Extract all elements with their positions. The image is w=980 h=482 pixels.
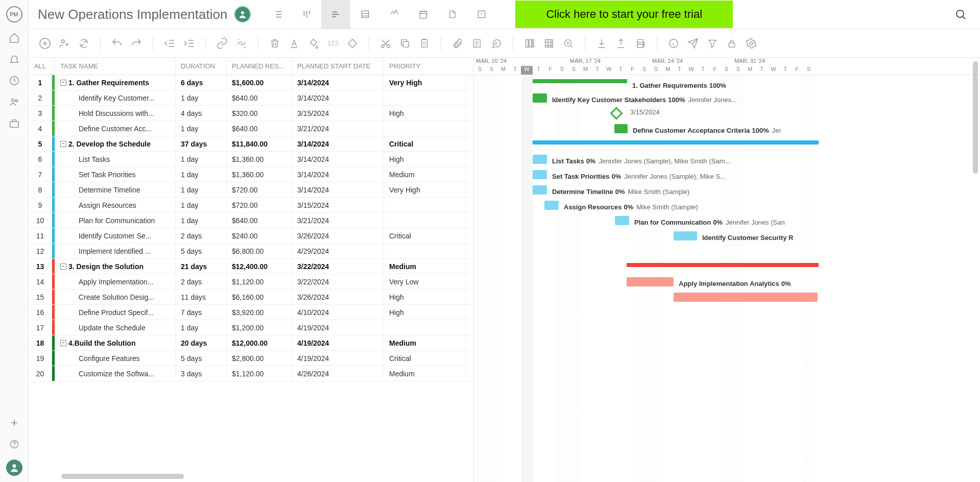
- zoom-icon[interactable]: [561, 36, 576, 51]
- col-header-duration[interactable]: DURATION: [176, 58, 227, 75]
- task-row[interactable]: 3 Hold Discussions with... 4 days $320.0…: [29, 106, 473, 121]
- import-icon[interactable]: [594, 36, 609, 51]
- project-avatar[interactable]: [234, 6, 251, 22]
- send-icon[interactable]: [686, 36, 700, 51]
- milestone-icon[interactable]: [345, 36, 360, 51]
- task-row[interactable]: 11 Identify Customer Se... 2 days $240.0…: [29, 228, 473, 244]
- gantt-milestone[interactable]: [610, 107, 623, 119]
- vscroll[interactable]: [973, 61, 978, 174]
- note-icon[interactable]: [470, 36, 484, 51]
- task-row[interactable]: 1 − 1. Gather Requirements 6 days $1,600…: [29, 75, 473, 90]
- task-row[interactable]: 20 Customize the Softwa... 3 days $1,120…: [29, 366, 473, 381]
- task-row[interactable]: 10 Plan for Communication 1 day $640.00 …: [29, 213, 473, 228]
- task-row[interactable]: 13 − 3. Design the Solution 21 days $12,…: [29, 259, 473, 274]
- plus-icon[interactable]: [8, 417, 20, 429]
- task-row[interactable]: 7 Set Task Priorities 1 day $1,360.00 3/…: [29, 167, 473, 182]
- task-row[interactable]: 18 − 4.Build the Solution 20 days $12,00…: [29, 335, 473, 351]
- gantt-task-bar[interactable]: Identify Customer Security R: [674, 231, 697, 240]
- col-header-all[interactable]: ALL: [29, 58, 52, 75]
- cta-button[interactable]: Click here to start your free trial: [515, 1, 733, 28]
- svg-rect-19: [526, 39, 529, 47]
- task-row[interactable]: 19 Configure Features 5 days $2,800.00 4…: [29, 351, 473, 366]
- collapse-icon[interactable]: −: [60, 141, 66, 147]
- paste-icon[interactable]: [417, 36, 432, 51]
- outdent-icon[interactable]: [162, 36, 177, 51]
- gantt-task-bar[interactable]: Assign Resources0%Mike Smith (Sample): [544, 201, 559, 210]
- task-row[interactable]: 4 Define Customer Acc... 1 day $640.00 3…: [29, 121, 473, 136]
- columns-icon[interactable]: [522, 36, 537, 51]
- toolbar: 123: [29, 29, 980, 58]
- comment-icon[interactable]: [489, 36, 504, 51]
- settings-icon[interactable]: [744, 36, 758, 51]
- gantt-summary-bar[interactable]: [627, 263, 819, 267]
- app-logo[interactable]: PM: [6, 6, 22, 22]
- unlink-icon[interactable]: [234, 36, 249, 51]
- task-row[interactable]: 12 Implement Identified ... 5 days $6,80…: [29, 244, 473, 259]
- indent-icon[interactable]: [182, 36, 196, 51]
- sheet-view-tab[interactable]: [350, 0, 379, 29]
- task-row[interactable]: 16 Define Product Specif... 7 days $3,92…: [29, 305, 473, 320]
- cut-icon[interactable]: [378, 36, 393, 51]
- copy-icon[interactable]: [398, 36, 412, 51]
- board-view-tab[interactable]: [292, 0, 321, 29]
- gantt-task-bar[interactable]: Determine Timeline0%Mike Smith (Sample): [533, 185, 547, 195]
- task-row[interactable]: 17 Update the Schedule 1 day $1,200.00 4…: [29, 320, 473, 335]
- filter-icon[interactable]: [705, 36, 720, 51]
- gantt-summary-bar[interactable]: [533, 140, 819, 144]
- task-row[interactable]: 6 List Tasks 1 day $1,360.00 3/14/2024 H…: [29, 152, 473, 167]
- text-color-icon[interactable]: [287, 36, 301, 51]
- calendar-view-tab[interactable]: [409, 0, 438, 29]
- assign-icon[interactable]: [57, 36, 71, 51]
- print-icon[interactable]: [633, 36, 648, 51]
- risk-view-tab[interactable]: [467, 0, 496, 29]
- dashboard-view-tab[interactable]: [379, 0, 409, 29]
- list-view-tab[interactable]: [263, 0, 292, 29]
- gantt-summary-bar[interactable]: 1. Gather Requirements100%: [533, 79, 627, 83]
- col-header-priority[interactable]: PRIORITY: [384, 58, 466, 75]
- percent-icon[interactable]: 123: [326, 36, 340, 51]
- task-row[interactable]: 8 Determine Timeline 1 day $720.00 3/14/…: [29, 182, 473, 198]
- col-header-start[interactable]: PLANNED START DATE: [292, 58, 384, 75]
- col-header-name[interactable]: TASK NAME: [55, 58, 176, 75]
- lock-icon[interactable]: [725, 36, 739, 51]
- clock-icon[interactable]: [8, 75, 20, 87]
- gantt-task-bar[interactable]: Set Task Priorities0%Jennifer Jones (Sam…: [533, 170, 547, 179]
- gantt-task-bar[interactable]: Identify Key Customer Stakeholders100%Je…: [533, 93, 547, 103]
- search-icon[interactable]: [950, 4, 971, 25]
- col-header-resources[interactable]: PLANNED RES...: [227, 58, 292, 75]
- collapse-icon[interactable]: −: [60, 340, 66, 346]
- help-icon[interactable]: [8, 438, 20, 450]
- collapse-icon[interactable]: −: [60, 263, 66, 270]
- gantt-task-bar[interactable]: Plan for Communication0%Jennifer Jones (…: [615, 216, 629, 225]
- user-avatar[interactable]: [6, 460, 22, 476]
- home-icon[interactable]: [8, 32, 20, 44]
- briefcase-icon[interactable]: [8, 117, 20, 130]
- task-row[interactable]: 15 Create Solution Desig... 11 days $6,1…: [29, 290, 473, 305]
- redo-icon[interactable]: [129, 36, 144, 51]
- task-row[interactable]: 9 Assign Resources 1 day $720.00 3/15/20…: [29, 198, 473, 213]
- bell-icon[interactable]: [8, 53, 20, 65]
- people-icon[interactable]: [8, 96, 20, 108]
- task-row[interactable]: 5 − 2. Develop the Schedule 37 days $11,…: [29, 136, 473, 152]
- gantt-view-tab[interactable]: [321, 0, 350, 29]
- file-view-tab[interactable]: [438, 0, 467, 29]
- grid-icon[interactable]: [542, 36, 556, 51]
- gantt-task-bar[interactable]: [674, 293, 818, 302]
- gantt-task-bar[interactable]: Define Customer Acceptance Criteria100%J…: [614, 124, 628, 133]
- undo-icon[interactable]: [110, 36, 124, 51]
- delete-icon[interactable]: [268, 36, 282, 51]
- collapse-icon[interactable]: −: [60, 80, 66, 86]
- info-icon[interactable]: [666, 36, 681, 51]
- refresh-icon[interactable]: [77, 36, 91, 51]
- add-task-icon[interactable]: [38, 36, 52, 51]
- attachment-icon[interactable]: [450, 36, 465, 51]
- gantt-task-bar[interactable]: Apply Implementation Analytics0%: [627, 277, 674, 286]
- gantt-task-bar[interactable]: List Tasks0%Jennifer Jones (Sample), Mik…: [533, 155, 547, 164]
- fill-color-icon[interactable]: [306, 36, 321, 51]
- task-row[interactable]: 2 Identify Key Customer... 1 day $640.00…: [29, 90, 473, 106]
- export-icon[interactable]: [614, 36, 628, 51]
- svg-rect-26: [729, 43, 735, 47]
- task-row[interactable]: 14 Apply Implementation... 2 days $1,120…: [29, 274, 473, 290]
- grid-hscroll[interactable]: [61, 474, 184, 479]
- link-icon[interactable]: [215, 36, 229, 51]
